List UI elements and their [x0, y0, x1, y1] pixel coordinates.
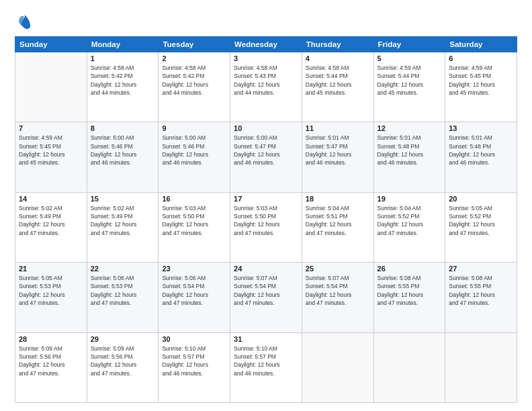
day-info: Sunrise: 5:03 AMSunset: 5:50 PMDaylight:…: [162, 204, 226, 237]
day-info: Sunrise: 4:59 AMSunset: 5:45 PMDaylight:…: [449, 64, 513, 97]
day-info: Sunrise: 5:04 AMSunset: 5:51 PMDaylight:…: [306, 204, 370, 237]
day-number: 9: [162, 124, 226, 132]
day-info: Sunrise: 5:10 AMSunset: 5:57 PMDaylight:…: [234, 345, 298, 377]
day-info: Sunrise: 4:58 AMSunset: 5:43 PMDaylight:…: [234, 64, 298, 97]
calendar-cell: 4Sunrise: 4:58 AMSunset: 5:44 PMDaylight…: [302, 52, 373, 122]
day-number: 1: [91, 54, 155, 62]
calendar-cell: 6Sunrise: 4:59 AMSunset: 5:45 PMDaylight…: [445, 52, 517, 122]
day-number: 4: [306, 54, 370, 62]
calendar-cell: 2Sunrise: 4:58 AMSunset: 5:42 PMDaylight…: [159, 52, 230, 122]
day-number: 25: [306, 265, 370, 273]
day-number: 10: [234, 124, 298, 132]
calendar-cell: 9Sunrise: 5:00 AMSunset: 5:46 PMDaylight…: [159, 122, 230, 192]
day-number: 8: [91, 124, 155, 132]
day-info: Sunrise: 5:00 AMSunset: 5:46 PMDaylight:…: [91, 134, 155, 167]
day-info: Sunrise: 5:01 AMSunset: 5:47 PMDaylight:…: [306, 134, 370, 167]
calendar-cell: 17Sunrise: 5:03 AMSunset: 5:50 PMDayligh…: [230, 192, 302, 262]
calendar-cell: 21Sunrise: 5:05 AMSunset: 5:53 PMDayligh…: [15, 263, 87, 332]
day-info: Sunrise: 5:08 AMSunset: 5:55 PMDaylight:…: [378, 274, 442, 307]
day-number: 28: [19, 335, 83, 343]
calendar-cell: 24Sunrise: 5:07 AMSunset: 5:54 PMDayligh…: [230, 263, 302, 332]
logo-icon: [15, 12, 34, 31]
calendar-cell: 7Sunrise: 4:59 AMSunset: 5:45 PMDaylight…: [15, 122, 87, 192]
day-info: Sunrise: 5:07 AMSunset: 5:54 PMDaylight:…: [306, 274, 370, 307]
calendar-cell: 8Sunrise: 5:00 AMSunset: 5:46 PMDaylight…: [87, 122, 159, 192]
day-number: 17: [234, 195, 298, 203]
calendar-cell: 30Sunrise: 5:10 AMSunset: 5:57 PMDayligh…: [159, 332, 230, 402]
day-number: 15: [91, 195, 155, 203]
day-number: 2: [162, 54, 226, 62]
calendar-cell: 14Sunrise: 5:02 AMSunset: 5:49 PMDayligh…: [15, 192, 87, 262]
day-info: Sunrise: 5:01 AMSunset: 5:48 PMDaylight:…: [449, 134, 513, 167]
day-number: 20: [449, 195, 513, 203]
calendar-cell: 31Sunrise: 5:10 AMSunset: 5:57 PMDayligh…: [230, 332, 302, 402]
day-number: 3: [234, 54, 298, 62]
calendar-cell: 26Sunrise: 5:08 AMSunset: 5:55 PMDayligh…: [373, 263, 445, 332]
calendar-cell: 28Sunrise: 5:09 AMSunset: 5:56 PMDayligh…: [15, 332, 87, 402]
calendar-cell: 20Sunrise: 5:05 AMSunset: 5:52 PMDayligh…: [445, 192, 517, 262]
day-info: Sunrise: 5:09 AMSunset: 5:56 PMDaylight:…: [19, 345, 83, 377]
day-number: 18: [306, 195, 370, 203]
calendar-cell: 15Sunrise: 5:02 AMSunset: 5:49 PMDayligh…: [87, 192, 159, 262]
calendar-cell: 1Sunrise: 4:58 AMSunset: 5:42 PMDaylight…: [87, 52, 159, 122]
day-number: 29: [91, 335, 155, 343]
day-number: 12: [378, 124, 442, 132]
day-number: 23: [162, 265, 226, 273]
day-info: Sunrise: 5:04 AMSunset: 5:52 PMDaylight:…: [378, 204, 442, 237]
calendar-cell: 13Sunrise: 5:01 AMSunset: 5:48 PMDayligh…: [445, 122, 517, 192]
day-info: Sunrise: 5:09 AMSunset: 5:56 PMDaylight:…: [91, 345, 155, 377]
weekday-header-wednesday: Wednesday: [230, 37, 302, 52]
calendar-cell: [373, 332, 445, 402]
weekday-header-monday: Monday: [87, 37, 159, 52]
day-info: Sunrise: 5:03 AMSunset: 5:50 PMDaylight:…: [234, 204, 298, 237]
logo: [15, 12, 36, 31]
calendar-cell: 11Sunrise: 5:01 AMSunset: 5:47 PMDayligh…: [302, 122, 373, 192]
day-number: 22: [91, 265, 155, 273]
day-number: 26: [378, 265, 442, 273]
calendar-cell: [445, 332, 517, 402]
day-info: Sunrise: 5:06 AMSunset: 5:53 PMDaylight:…: [91, 274, 155, 307]
day-number: 31: [234, 335, 298, 343]
calendar-week-row: 7Sunrise: 4:59 AMSunset: 5:45 PMDaylight…: [15, 122, 517, 192]
day-info: Sunrise: 4:59 AMSunset: 5:45 PMDaylight:…: [19, 134, 83, 167]
weekday-header-sunday: Sunday: [15, 37, 87, 52]
calendar-cell: 5Sunrise: 4:59 AMSunset: 5:44 PMDaylight…: [373, 52, 445, 122]
day-number: 16: [162, 195, 226, 203]
day-info: Sunrise: 4:58 AMSunset: 5:42 PMDaylight:…: [162, 64, 226, 97]
day-info: Sunrise: 5:00 AMSunset: 5:47 PMDaylight:…: [234, 134, 298, 167]
calendar-cell: [302, 332, 373, 402]
calendar-cell: 10Sunrise: 5:00 AMSunset: 5:47 PMDayligh…: [230, 122, 302, 192]
day-info: Sunrise: 5:07 AMSunset: 5:54 PMDaylight:…: [234, 274, 298, 307]
day-number: 30: [162, 335, 226, 343]
calendar-cell: 27Sunrise: 5:08 AMSunset: 5:55 PMDayligh…: [445, 263, 517, 332]
day-number: 11: [306, 124, 370, 132]
calendar-cell: 29Sunrise: 5:09 AMSunset: 5:56 PMDayligh…: [87, 332, 159, 402]
page: SundayMondayTuesdayWednesdayThursdayFrid…: [0, 0, 532, 411]
day-info: Sunrise: 5:08 AMSunset: 5:55 PMDaylight:…: [449, 274, 513, 307]
calendar-cell: [15, 52, 87, 122]
day-info: Sunrise: 5:10 AMSunset: 5:57 PMDaylight:…: [162, 345, 226, 377]
day-info: Sunrise: 4:58 AMSunset: 5:44 PMDaylight:…: [306, 64, 370, 97]
day-number: 27: [449, 265, 513, 273]
day-info: Sunrise: 5:01 AMSunset: 5:48 PMDaylight:…: [378, 134, 442, 167]
day-number: 6: [449, 54, 513, 62]
day-info: Sunrise: 5:02 AMSunset: 5:49 PMDaylight:…: [19, 204, 83, 237]
day-number: 5: [378, 54, 442, 62]
calendar-cell: 16Sunrise: 5:03 AMSunset: 5:50 PMDayligh…: [159, 192, 230, 262]
calendar-cell: 12Sunrise: 5:01 AMSunset: 5:48 PMDayligh…: [373, 122, 445, 192]
calendar-cell: 23Sunrise: 5:06 AMSunset: 5:54 PMDayligh…: [159, 263, 230, 332]
calendar-cell: 19Sunrise: 5:04 AMSunset: 5:52 PMDayligh…: [373, 192, 445, 262]
day-number: 7: [19, 124, 83, 132]
calendar-week-row: 14Sunrise: 5:02 AMSunset: 5:49 PMDayligh…: [15, 192, 517, 262]
day-number: 13: [449, 124, 513, 132]
calendar-cell: 3Sunrise: 4:58 AMSunset: 5:43 PMDaylight…: [230, 52, 302, 122]
weekday-header-row: SundayMondayTuesdayWednesdayThursdayFrid…: [15, 37, 517, 52]
weekday-header-tuesday: Tuesday: [159, 37, 230, 52]
weekday-header-saturday: Saturday: [445, 37, 517, 52]
calendar-cell: 18Sunrise: 5:04 AMSunset: 5:51 PMDayligh…: [302, 192, 373, 262]
calendar-week-row: 21Sunrise: 5:05 AMSunset: 5:53 PMDayligh…: [15, 263, 517, 332]
day-number: 21: [19, 265, 83, 273]
day-number: 24: [234, 265, 298, 273]
calendar-cell: 25Sunrise: 5:07 AMSunset: 5:54 PMDayligh…: [302, 263, 373, 332]
calendar-cell: 22Sunrise: 5:06 AMSunset: 5:53 PMDayligh…: [87, 263, 159, 332]
